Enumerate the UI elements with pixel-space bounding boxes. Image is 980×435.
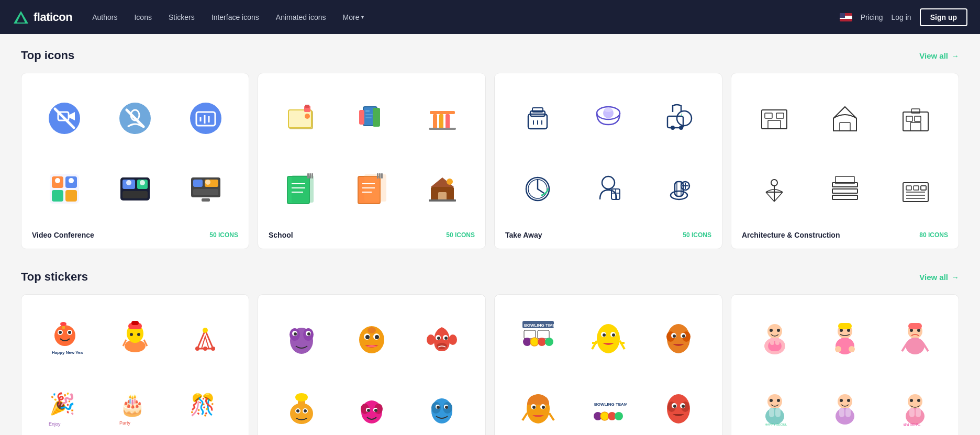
svg-point-159	[307, 332, 310, 336]
svg-rect-30	[193, 189, 218, 195]
svg-text:Party: Party	[119, 420, 131, 426]
sticker-cell: BOWLING TIME!	[505, 305, 571, 371]
icon-cell	[103, 157, 168, 222]
sticker-cell: 🎂 Party	[102, 375, 168, 435]
nav-links: Authors Icons Stickers Interface icons A…	[85, 9, 839, 26]
svg-line-87	[538, 189, 544, 193]
nav-stickers[interactable]: Stickers	[161, 9, 202, 26]
icon-cell	[883, 86, 948, 151]
svg-rect-26	[122, 191, 148, 198]
nav-more[interactable]: More ▾	[336, 9, 372, 26]
nav-animated-icons[interactable]: Animated icons	[269, 9, 333, 26]
card-video-conference[interactable]: Video Conference 50 ICONS	[21, 73, 249, 249]
svg-rect-118	[832, 195, 858, 199]
svg-point-168	[437, 337, 440, 340]
svg-rect-117	[832, 189, 858, 193]
school-icons	[269, 86, 475, 221]
sticker-card-newyear[interactable]: Happy New Year	[21, 294, 249, 435]
svg-rect-18	[65, 190, 77, 202]
svg-text:Happy New Year: Happy New Year	[52, 350, 83, 355]
svg-rect-248	[838, 323, 852, 329]
svg-point-19	[55, 178, 60, 183]
svg-point-235	[673, 405, 676, 408]
card-name: School	[269, 231, 293, 239]
svg-point-144	[195, 347, 199, 351]
pricing-link[interactable]: Pricing	[861, 13, 883, 21]
icon-cell	[339, 86, 405, 151]
svg-rect-34	[288, 110, 311, 128]
svg-point-273	[910, 399, 913, 402]
svg-point-205	[603, 333, 606, 337]
icon-cell	[173, 157, 238, 222]
svg-point-261	[777, 399, 780, 402]
sticker-cell	[102, 305, 168, 371]
svg-rect-107	[906, 116, 912, 121]
sticker-cell: 🎉 Enjoy	[32, 375, 98, 435]
svg-point-88	[602, 176, 615, 189]
icon-cell	[742, 86, 807, 151]
svg-point-201	[545, 338, 553, 346]
sticker-card-korean[interactable]: HAPPY SEOUL	[731, 294, 959, 435]
svg-point-78	[604, 108, 612, 112]
card-architecture[interactable]: Architecture & Construction 80 ICONS	[731, 73, 959, 249]
svg-text:HAPPY SEOUL: HAPPY SEOUL	[765, 423, 787, 426]
card-count: 80 ICONS	[919, 231, 948, 239]
sticker-cell	[645, 305, 711, 371]
svg-rect-241	[768, 341, 782, 351]
takeaway-icons: L	[505, 86, 711, 221]
card-school[interactable]: School 50 ICONS	[258, 73, 486, 249]
svg-rect-31	[202, 198, 210, 202]
bowling-stickers: BOWLING TIME!	[505, 305, 711, 435]
signup-button[interactable]: Sign up	[920, 8, 967, 26]
svg-text:🎉: 🎉	[49, 391, 75, 416]
svg-rect-48	[429, 128, 456, 130]
sticker-card-monsters[interactable]	[258, 294, 486, 435]
svg-point-221	[532, 406, 536, 409]
more-chevron-icon: ▾	[361, 14, 364, 20]
icon-cell	[883, 157, 948, 222]
icon-cell	[812, 157, 878, 222]
nav-interface-icons[interactable]: Interface icons	[204, 9, 266, 26]
svg-text:BOWLING TIME!: BOWLING TIME!	[524, 323, 556, 328]
card-takeaway[interactable]: L	[494, 73, 722, 249]
svg-point-199	[530, 338, 539, 346]
svg-rect-36	[305, 105, 309, 108]
svg-rect-108	[915, 116, 921, 121]
sticker-cell: BOWLING TEAM	[575, 375, 641, 435]
svg-text:설날 SENAL: 설날 SENAL	[903, 423, 921, 426]
svg-rect-122	[914, 186, 919, 190]
monsters-stickers	[269, 305, 475, 435]
svg-point-267	[840, 399, 843, 402]
icon-cell	[339, 157, 405, 222]
sticker-cell	[882, 305, 948, 371]
svg-point-240	[777, 329, 780, 332]
login-link[interactable]: Log in	[892, 13, 911, 21]
svg-rect-243	[775, 338, 779, 345]
icon-cell	[812, 86, 878, 151]
nav-icons[interactable]: Icons	[127, 9, 159, 26]
svg-rect-276	[916, 408, 921, 417]
svg-rect-28	[193, 180, 203, 187]
svg-point-171	[427, 334, 435, 345]
svg-point-158	[294, 332, 297, 336]
icon-cell	[409, 157, 475, 222]
top-icons-view-all[interactable]: View all	[919, 51, 959, 60]
sticker-cell: 설날 SENAL	[882, 375, 948, 435]
sticker-card-bowling[interactable]: BOWLING TIME!	[494, 294, 722, 435]
svg-rect-102	[768, 120, 781, 129]
icon-cell	[576, 157, 641, 222]
svg-rect-50	[292, 175, 314, 203]
svg-point-132	[68, 331, 71, 334]
sticker-cell	[575, 305, 641, 371]
nav-authors[interactable]: Authors	[85, 9, 125, 26]
svg-point-172	[449, 334, 457, 345]
svg-point-274	[917, 399, 920, 402]
svg-rect-124	[921, 186, 926, 190]
sticker-cell	[812, 375, 878, 435]
language-selector[interactable]	[840, 13, 852, 21]
architecture-icons	[742, 86, 948, 221]
logo[interactable]: flaticon	[13, 9, 72, 26]
svg-point-271	[908, 394, 922, 409]
top-stickers-view-all[interactable]: View all	[919, 273, 959, 282]
svg-line-114	[766, 192, 774, 202]
